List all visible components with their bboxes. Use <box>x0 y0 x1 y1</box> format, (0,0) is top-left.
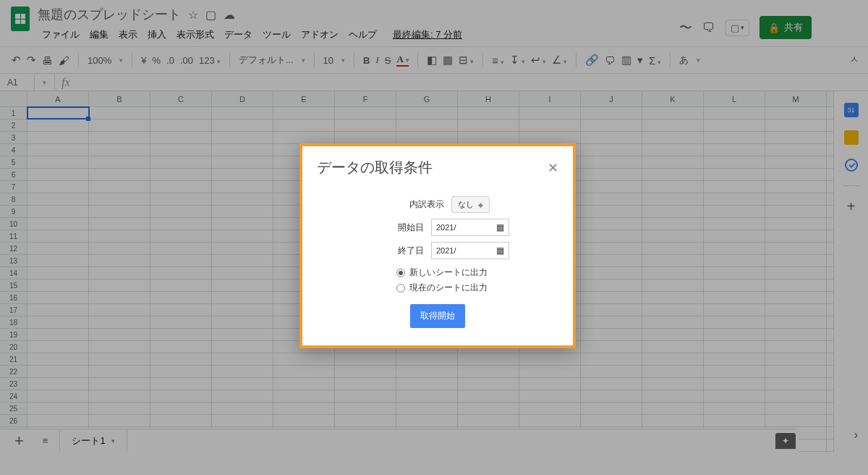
breakdown-select[interactable]: なし◆ <box>451 196 490 213</box>
radio-current-sheet[interactable]: 現在のシートに出力 <box>396 282 488 294</box>
dialog-title: データの取得条件 <box>317 158 433 177</box>
data-fetch-dialog: データの取得条件 ✕ 内訳表示 なし◆ 開始日 2021/▦ 終了日 2021/… <box>299 143 576 348</box>
start-date-label: 開始日 <box>366 222 424 234</box>
breakdown-label: 内訳表示 <box>386 198 444 211</box>
radio-new-sheet[interactable]: 新しいシートに出力 <box>396 266 488 279</box>
calendar-picker-icon[interactable]: ▦ <box>496 245 504 256</box>
submit-button[interactable]: 取得開始 <box>410 304 465 328</box>
end-date-input[interactable]: 2021/▦ <box>431 242 509 259</box>
close-icon[interactable]: ✕ <box>548 160 558 176</box>
start-date-input[interactable]: 2021/▦ <box>431 219 509 236</box>
end-date-label: 終了日 <box>366 245 424 257</box>
calendar-picker-icon[interactable]: ▦ <box>496 222 504 232</box>
